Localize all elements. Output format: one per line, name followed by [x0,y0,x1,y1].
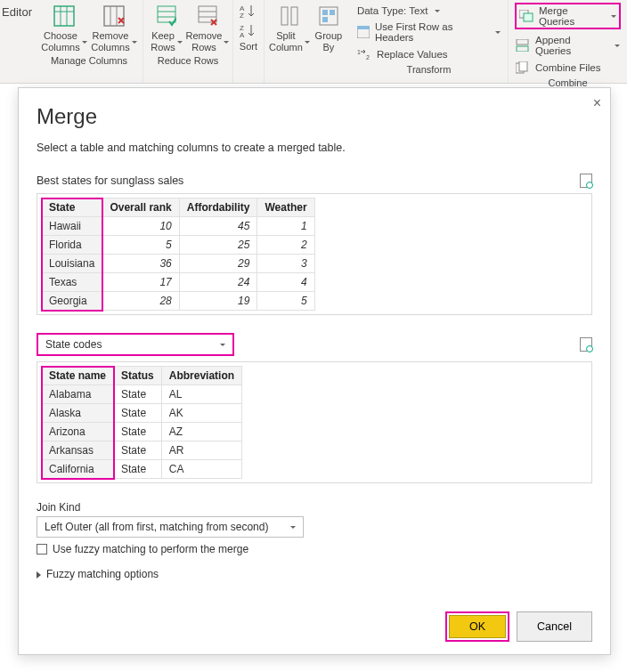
remove-rows-button[interactable]: Remove Rows [186,2,229,53]
table1-name: Best states for sunglass sales [37,174,183,187]
chevron-down-icon [220,344,225,346]
table-row[interactable]: Texas17244 [42,273,315,292]
table-row[interactable]: CaliforniaStateCA [42,460,242,479]
rows-x-icon [195,4,220,28]
table-row[interactable]: ArizonaStateAZ [42,423,242,441]
table-x-icon [102,4,126,28]
ok-button[interactable]: OK [449,615,506,638]
data-type-button[interactable]: Data Type: Text [357,5,501,16]
group-label: Manage Columns [39,53,139,69]
svg-text:2: 2 [366,54,370,61]
first-row-headers-button[interactable]: Use First Row as Headers [357,21,501,43]
editor-tab: Editor [2,5,32,19]
group-combine: Merge Queries Append Queries Combine Fil… [509,0,627,83]
rows-check-icon [154,4,179,28]
column-header[interactable]: State name [42,367,114,385]
dialog-title: Merge [37,104,592,129]
cancel-button[interactable]: Cancel [517,611,592,642]
choose-columns-button[interactable]: Choose Columns [39,2,89,53]
group-label: Reduce Rows [147,53,229,69]
column-header[interactable]: Affordability [179,198,257,217]
svg-rect-20 [322,10,328,15]
append-queries-button[interactable]: Append Queries [516,35,620,56]
join-kind-label: Join Kind [37,501,592,514]
preview-icon[interactable] [580,174,592,188]
svg-text:Z: Z [240,12,244,20]
sort-asc-button[interactable]: AZ [240,4,257,20]
group-by-button[interactable]: Group By [311,2,346,53]
group-label: Sort [237,39,260,54]
merge-queries-button[interactable]: Merge Queries [515,3,621,29]
replace-values-button[interactable]: 12 Replace Values [357,48,501,61]
split-column-button[interactable]: Split Column [268,2,311,53]
checkbox-icon [37,544,47,555]
table-row[interactable]: AlabamaStateAL [42,385,242,404]
dialog-description: Select a table and matching columns to c… [37,142,592,154]
table-row[interactable]: Louisiana36293 [42,255,315,273]
merge-dialog: × Merge Select a table and matching colu… [18,87,611,655]
column-header[interactable]: Status [114,367,162,385]
svg-rect-7 [158,6,175,22]
files-icon [516,61,530,74]
table1-preview[interactable]: StateOverall rankAffordabilityWeatherHaw… [37,193,592,315]
column-header[interactable]: State [42,198,102,217]
svg-rect-17 [281,7,288,25]
append-icon [516,39,530,52]
table-row[interactable]: AlaskaStateAK [42,404,242,423]
group-reduce-rows: Keep Rows Remove Rows Reduce Rows [143,0,233,83]
fuzzy-options-expander[interactable]: Fuzzy matching options [37,568,592,580]
combine-files-button[interactable]: Combine Files [516,61,620,74]
group-icon [316,4,341,28]
svg-rect-4 [104,6,124,26]
keep-rows-button[interactable]: Keep Rows [147,2,186,53]
ribbon: Choose Columns Remove Columns Manage Col… [0,0,627,84]
sort-desc-button[interactable]: ZA [240,23,257,39]
replace-icon: 12 [357,48,371,61]
svg-rect-29 [517,39,528,45]
column-header[interactable]: Weather [257,198,314,217]
close-button[interactable]: × [593,95,601,111]
chevron-down-icon [290,526,296,529]
svg-rect-18 [291,7,297,25]
group-label [268,53,346,69]
group-manage-columns: Choose Columns Remove Columns Manage Col… [36,0,143,83]
table-row[interactable]: Georgia28195 [42,292,315,311]
svg-rect-21 [330,10,335,15]
table-row[interactable]: Hawaii10451 [42,217,315,236]
svg-rect-10 [199,6,216,22]
merge-icon [519,10,533,22]
table-icon [52,4,77,28]
group-transform-b: Data Type: Text Use First Row as Headers… [350,0,509,83]
svg-rect-0 [54,6,74,26]
column-header[interactable]: Overall rank [102,198,179,217]
table2-picker[interactable]: State codes [37,333,234,356]
svg-rect-32 [519,61,527,71]
svg-text:A: A [240,31,245,39]
group-label: Transform [354,62,504,77]
svg-rect-30 [517,46,528,52]
svg-rect-24 [357,26,370,29]
svg-rect-28 [524,13,533,21]
headers-icon [357,26,370,38]
split-icon [277,4,302,28]
remove-columns-button[interactable]: Remove Columns [89,2,139,53]
column-header[interactable]: Abbreviation [161,367,241,385]
table-row[interactable]: Florida5252 [42,236,315,255]
group-transform-a: Split Column Group By [265,0,350,83]
table2-preview[interactable]: State nameStatusAbbreviationAlabamaState… [37,361,592,483]
svg-rect-22 [322,17,328,22]
group-sort: AZ ZA Sort [233,0,265,83]
preview-icon[interactable] [580,337,592,352]
join-kind-dropdown[interactable]: Left Outer (all from first, matching fro… [37,516,304,538]
table-row[interactable]: ArkansasStateAR [42,441,242,460]
svg-text:1: 1 [357,49,361,55]
fuzzy-matching-checkbox[interactable]: Use fuzzy matching to perform the merge [37,543,592,555]
